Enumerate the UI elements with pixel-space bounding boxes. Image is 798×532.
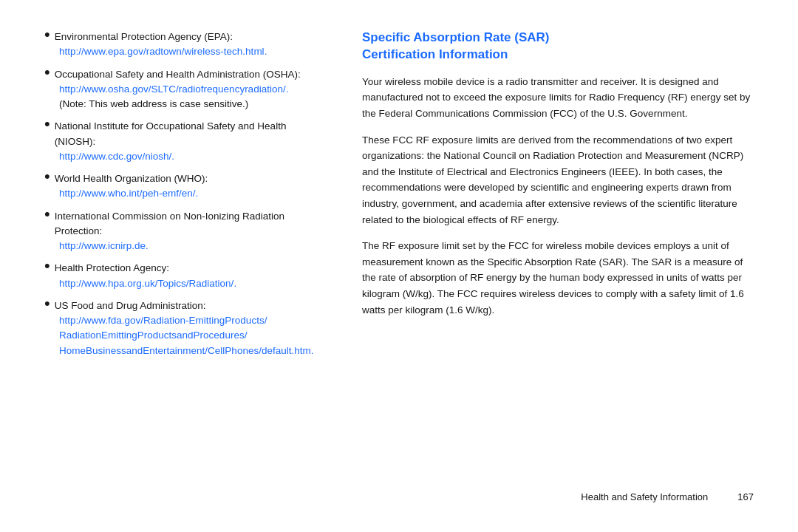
paragraph-3: The RF exposure limit set by the FCC for… — [362, 238, 754, 318]
bullet-dot: • — [44, 64, 50, 81]
bullet-line: • International Commission on Non-Ionizi… — [44, 209, 325, 239]
list-item: • International Commission on Non-Ionizi… — [44, 209, 325, 254]
paragraph-2: These FCC RF exposure limits are derived… — [362, 132, 754, 228]
paragraph-1: Your wireless mobile device is a radio t… — [362, 74, 754, 122]
item-label: International Commission on Non-Ionizing… — [55, 209, 325, 239]
bullet-dot: • — [44, 206, 50, 222]
item-label: National Institute for Occupational Safe… — [55, 119, 325, 149]
bullet-line: • National Institute for Occupational Sa… — [44, 119, 325, 149]
list-item: • World Health Organization (WHO): http:… — [44, 171, 325, 202]
bullet-line: • Occupational Safety and Health Adminis… — [44, 67, 325, 82]
list-item: • Environmental Protection Agency (EPA):… — [44, 30, 325, 60]
item-link[interactable]: http://www.icnirp.de. — [59, 239, 325, 253]
list-item: • National Institute for Occupational Sa… — [44, 119, 325, 164]
bullet-line: • Health Protection Agency: — [44, 261, 325, 276]
footer-label: Health and Safety Information — [581, 491, 708, 502]
item-link[interactable]: http://www.hpa.org.uk/Topics/Radiation/. — [59, 276, 325, 291]
bullet-dot: • — [44, 258, 50, 274]
item-link[interactable]: http://www.epa.gov/radtown/wireless-tech… — [59, 44, 325, 59]
section-title: Specific Absorption Rate (SAR) Certifica… — [362, 30, 754, 64]
bullet-dot: • — [44, 168, 50, 185]
item-link[interactable]: http://www.fda.gov/Radiation-EmittingPro… — [59, 313, 325, 358]
page-container: • Environmental Protection Agency (EPA):… — [0, 0, 798, 532]
item-link[interactable]: http://www.cdc.gov/niosh/. — [59, 149, 325, 164]
footer: Health and Safety Information 167 — [44, 484, 754, 502]
bullet-dot: • — [44, 27, 50, 43]
item-label: World Health Organization (WHO): — [55, 171, 208, 186]
bullet-line: • US Food and Drug Administration: — [44, 299, 325, 313]
item-label: Environmental Protection Agency (EPA): — [55, 30, 233, 44]
bullet-line: • World Health Organization (WHO): — [44, 171, 325, 186]
item-link[interactable]: http://www.who.int/peh-emf/en/. — [59, 186, 325, 201]
left-column: • Environmental Protection Agency (EPA):… — [44, 30, 325, 484]
bullet-dot: • — [44, 116, 50, 132]
item-label: Health Protection Agency: — [55, 261, 169, 276]
item-label: US Food and Drug Administration: — [55, 299, 206, 313]
list-item: • Health Protection Agency: http://www.h… — [44, 261, 325, 291]
item-label: Occupational Safety and Health Administr… — [55, 67, 301, 82]
bullet-line: • Environmental Protection Agency (EPA): — [44, 30, 325, 44]
list-item: • US Food and Drug Administration: http:… — [44, 299, 325, 358]
right-column: Specific Absorption Rate (SAR) Certifica… — [362, 30, 754, 484]
footer-page-number: 167 — [737, 491, 754, 502]
item-link[interactable]: http://www.osha.gov/SLTC/radiofrequencyr… — [59, 82, 325, 97]
list-item: • Occupational Safety and Health Adminis… — [44, 67, 325, 112]
content-columns: • Environmental Protection Agency (EPA):… — [44, 30, 754, 484]
bullet-dot: • — [44, 296, 50, 312]
item-note: (Note: This web address is case sensitiv… — [59, 97, 325, 112]
